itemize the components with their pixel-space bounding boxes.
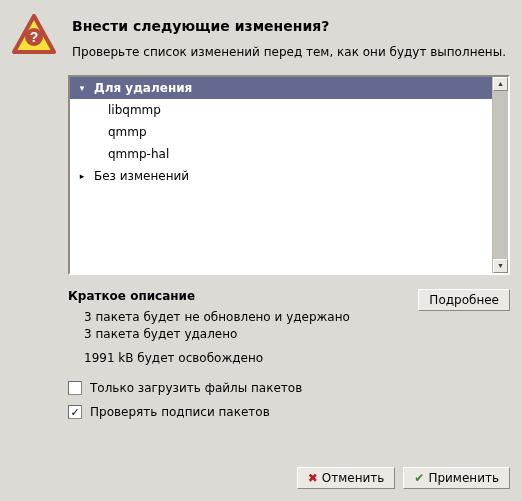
summary-line: 1991 kB будет освобождено <box>84 350 418 367</box>
button-label: Применить <box>428 471 499 485</box>
changes-tree[interactable]: ▾ Для удаления libqmmp qmmp qmmp-hal ▸ Б… <box>68 75 510 275</box>
tree-group-label: Для удаления <box>94 81 192 95</box>
scrollbar[interactable]: ▴ ▾ <box>492 77 508 273</box>
svg-text:?: ? <box>30 29 39 45</box>
checkbox-box <box>68 381 82 395</box>
tree-item-label: libqmmp <box>108 103 161 117</box>
tree-group-nochange[interactable]: ▸ Без изменений <box>70 165 492 187</box>
dialog-subtitle: Проверьте список изменений перед тем, ка… <box>72 44 510 60</box>
cancel-button[interactable]: ✖ Отменить <box>297 467 396 489</box>
checkbox-label: Проверять подписи пакетов <box>90 405 270 419</box>
button-label: Отменить <box>322 471 385 485</box>
tree-group-label: Без изменений <box>94 169 189 183</box>
cancel-icon: ✖ <box>308 471 318 485</box>
checkbox-verify-signatures[interactable]: ✓ Проверять подписи пакетов <box>68 405 510 419</box>
tree-item[interactable]: libqmmp <box>70 99 492 121</box>
chevron-right-icon: ▸ <box>76 171 88 181</box>
apply-icon: ✔ <box>414 471 424 485</box>
scroll-up-button[interactable]: ▴ <box>493 77 508 91</box>
dialog-title: Внести следующие изменения? <box>72 18 510 34</box>
tree-item-label: qmmp-hal <box>108 147 169 161</box>
tree-item[interactable]: qmmp <box>70 121 492 143</box>
scroll-down-button[interactable]: ▾ <box>493 259 508 273</box>
chevron-down-icon: ▾ <box>76 83 88 93</box>
tree-item[interactable]: qmmp-hal <box>70 143 492 165</box>
scroll-track[interactable] <box>493 91 508 259</box>
tree-item-label: qmmp <box>108 125 147 139</box>
details-button[interactable]: Подробнее <box>418 289 510 311</box>
summary-line: 3 пакета будет удалено <box>84 326 418 343</box>
summary-title: Краткое описание <box>68 289 418 303</box>
checkbox-label: Только загрузить файлы пакетов <box>90 381 302 395</box>
checkbox-box: ✓ <box>68 405 82 419</box>
apply-button[interactable]: ✔ Применить <box>403 467 510 489</box>
warning-question-icon: ? <box>12 14 56 61</box>
checkbox-download-only[interactable]: Только загрузить файлы пакетов <box>68 381 510 395</box>
summary-line: 3 пакета будет не обновлено и удержано <box>84 309 418 326</box>
tree-group-remove[interactable]: ▾ Для удаления <box>70 77 492 99</box>
